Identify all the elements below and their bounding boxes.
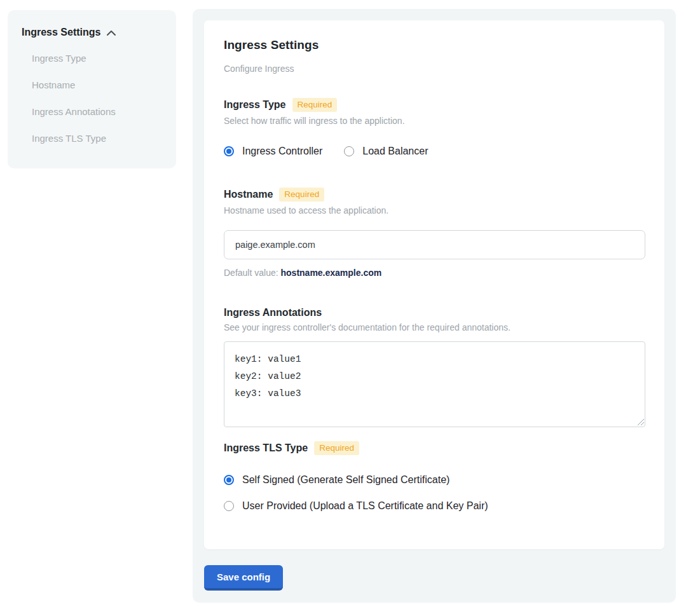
field-ingress-type: Ingress Type Required Select how traffic… bbox=[224, 98, 645, 157]
chevron-up-icon bbox=[106, 30, 116, 36]
default-value-prefix: Default value: bbox=[224, 268, 281, 278]
ingress-tls-radio-group: Self Signed (Generate Self Signed Certif… bbox=[224, 474, 645, 512]
radio-selected-icon[interactable] bbox=[224, 475, 234, 485]
ingress-type-label: Ingress Type bbox=[224, 99, 286, 111]
ingress-annotations-description: See your ingress controller's documentat… bbox=[224, 322, 645, 332]
radio-option-load-balancer[interactable]: Load Balancer bbox=[344, 146, 428, 157]
save-config-button[interactable]: Save config bbox=[204, 565, 283, 591]
sidebar-header-label: Ingress Settings bbox=[22, 27, 100, 38]
radio-label: Self Signed (Generate Self Signed Certif… bbox=[242, 474, 449, 486]
sidebar-item-list: Ingress Type Hostname Ingress Annotation… bbox=[22, 53, 162, 144]
sidebar: Ingress Settings Ingress Type Hostname I… bbox=[8, 10, 176, 168]
page-subtitle: Configure Ingress bbox=[224, 64, 645, 74]
radio-label: User Provided (Upload a TLS Certificate … bbox=[242, 500, 488, 512]
ingress-settings-card: Ingress Settings Configure Ingress Ingre… bbox=[204, 20, 664, 549]
field-ingress-tls-type: Ingress TLS Type Required Self Signed (G… bbox=[224, 441, 645, 512]
required-badge: Required bbox=[314, 441, 359, 455]
required-badge: Required bbox=[292, 98, 338, 112]
hostname-default-note: Default value: hostname.example.com bbox=[224, 268, 645, 278]
hostname-description: Hostname used to access the application. bbox=[224, 205, 645, 216]
ingress-tls-type-label: Ingress TLS Type bbox=[224, 442, 308, 454]
radio-label: Ingress Controller bbox=[242, 146, 322, 157]
ingress-annotations-label: Ingress Annotations bbox=[224, 307, 322, 318]
main-panel: Ingress Settings Configure Ingress Ingre… bbox=[193, 9, 676, 603]
required-badge: Required bbox=[279, 188, 324, 202]
resize-handle-icon[interactable] bbox=[638, 419, 644, 425]
radio-unselected-icon[interactable] bbox=[344, 146, 354, 156]
field-ingress-annotations: Ingress Annotations See your ingress con… bbox=[224, 307, 645, 427]
ingress-annotations-textarea[interactable]: key1: value1 key2: value2 key3: value3 bbox=[224, 341, 645, 427]
sidebar-item-ingress-type[interactable]: Ingress Type bbox=[32, 53, 162, 64]
sidebar-item-ingress-tls-type[interactable]: Ingress TLS Type bbox=[32, 133, 162, 144]
hostname-input[interactable] bbox=[224, 230, 645, 259]
ingress-type-radio-group: Ingress Controller Load Balancer bbox=[224, 146, 645, 157]
radio-label: Load Balancer bbox=[362, 146, 428, 157]
sidebar-item-hostname[interactable]: Hostname bbox=[32, 79, 162, 91]
sidebar-header-ingress-settings[interactable]: Ingress Settings bbox=[22, 27, 162, 38]
radio-selected-icon[interactable] bbox=[224, 146, 234, 156]
page-title: Ingress Settings bbox=[224, 38, 645, 52]
radio-option-ingress-controller[interactable]: Ingress Controller bbox=[224, 146, 322, 157]
ingress-type-description: Select how traffic will ingress to the a… bbox=[224, 116, 645, 126]
radio-option-self-signed[interactable]: Self Signed (Generate Self Signed Certif… bbox=[224, 474, 645, 486]
hostname-label: Hostname bbox=[224, 189, 273, 200]
sidebar-item-ingress-annotations[interactable]: Ingress Annotations bbox=[32, 106, 162, 118]
default-value: hostname.example.com bbox=[281, 268, 382, 278]
field-hostname: Hostname Required Hostname used to acces… bbox=[224, 188, 645, 278]
radio-option-user-provided[interactable]: User Provided (Upload a TLS Certificate … bbox=[224, 500, 645, 512]
radio-unselected-icon[interactable] bbox=[224, 501, 234, 511]
